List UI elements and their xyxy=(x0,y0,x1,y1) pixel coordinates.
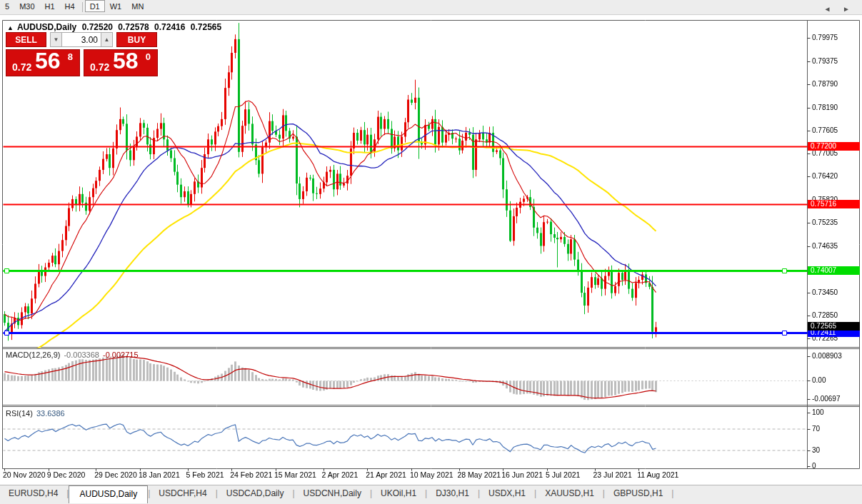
chart-tab-dj30-h1[interactable]: DJ30,H1 xyxy=(427,485,478,502)
toolbar-divider xyxy=(82,2,83,12)
rsi-axis-tick: 30 xyxy=(812,446,820,454)
buy-price-box[interactable]: 0.72 58 0 xyxy=(84,49,158,76)
macd-signal-value: -0.002715 xyxy=(103,351,139,359)
date-axis-tick: 10 May 2021 xyxy=(410,470,453,479)
date-axis-tick: 11 Aug 2021 xyxy=(637,470,678,479)
date-axis-tick: 23 Jul 2021 xyxy=(593,470,632,479)
price-axis-tick: 0.77605 xyxy=(812,126,838,134)
buy-price-sup: 0 xyxy=(146,51,151,62)
rsi-axis-tick: 100 xyxy=(812,408,824,416)
sell-price-sup: 8 xyxy=(68,51,73,62)
macd-axis-tick: 0.00 xyxy=(812,376,826,384)
price-level-tag[interactable]: 0.75716 xyxy=(808,200,860,208)
sell-price-box[interactable]: 0.72 56 8 xyxy=(6,49,80,76)
terminal-window: 5M30H1H4D1W1MN ▲AUDUSD,Daily 0.72520 0.7… xyxy=(0,0,862,504)
rsi-value: 33.6386 xyxy=(36,409,65,418)
tab-scroll-arrows[interactable]: ◄ ► xyxy=(823,5,855,13)
timeframe-button-w1[interactable]: W1 xyxy=(105,0,127,12)
chart-tab-usdcad-daily[interactable]: USDCAD,Daily xyxy=(218,485,293,502)
chart-tab-bar: EURUSD,H4|AUDUSD,Daily|USDCHF,H4|USDCAD,… xyxy=(0,485,862,504)
ohlc-low: 0.72416 xyxy=(154,22,185,32)
price-axis-tick: 0.77005 xyxy=(812,149,838,157)
date-axis-tick: 24 Feb 2021 xyxy=(230,470,272,479)
timeframe-button-5[interactable]: 5 xyxy=(0,0,14,12)
chart-tab-ukoil-h1[interactable]: UKOil,H1 xyxy=(372,485,425,502)
chart-tab-usdchf-h4[interactable]: USDCHF,H4 xyxy=(150,485,215,502)
ohlc-open: 0.72520 xyxy=(82,22,113,32)
price-axis-tick: 0.72850 xyxy=(812,311,838,319)
ohlc-close: 0.72565 xyxy=(191,22,221,32)
date-axis-tick: 20 Nov 2020 xyxy=(3,470,46,479)
price-axis-tick: 0.73450 xyxy=(812,288,838,296)
timeframe-button-d1[interactable]: D1 xyxy=(85,0,105,12)
rsi-indicator-label: RSI(14)33.6386 xyxy=(6,409,65,418)
volume-decrease-button[interactable]: ▼ xyxy=(50,32,62,47)
chart-tab-gbpusd-h1[interactable]: GBPUSD,H1 xyxy=(605,485,671,502)
price-level-tag[interactable]: 0.74007 xyxy=(808,266,860,275)
rsi-axis-tick: 70 xyxy=(812,425,820,433)
date-axis-tick: 9 Dec 2020 xyxy=(47,470,86,479)
tab-separator: | xyxy=(671,485,673,501)
macd-indicator-label: MACD(12,26,9)-0.003368-0.002715 xyxy=(6,351,139,359)
timeframe-button-mn[interactable]: MN xyxy=(126,0,149,12)
rsi-axis-tick: 0 xyxy=(812,462,816,470)
macd-main-value: -0.003368 xyxy=(64,351,99,359)
chart-tab-usdcnh-daily[interactable]: USDCNH,Daily xyxy=(295,485,370,502)
date-axis-tick: 21 Apr 2021 xyxy=(366,470,406,479)
chart-title: ▲AUDUSD,Daily 0.72520 0.72578 0.72416 0.… xyxy=(7,22,224,32)
date-axis-tick: 5 Jul 2021 xyxy=(546,470,580,479)
volume-increase-button[interactable]: ▲ xyxy=(101,32,113,47)
price-axis-tick: 0.79375 xyxy=(812,57,838,65)
timeframe-button-h4[interactable]: H4 xyxy=(60,0,80,12)
chart-symbol-label: AUDUSD,Daily xyxy=(17,22,76,32)
timeframe-button-h1[interactable]: H1 xyxy=(40,0,60,12)
buy-price-base: 0.72 xyxy=(90,61,109,73)
one-click-trading-panel: SELL ▼ 3.00 ▲ BUY 0.72 56 8 0.72 58 0 xyxy=(6,32,160,76)
ohlc-high: 0.72578 xyxy=(118,22,149,32)
current-price-tag: 0.72565 xyxy=(808,322,860,331)
date-axis-tick: 15 Mar 2021 xyxy=(274,470,316,479)
chart-tab-audusd-daily[interactable]: AUDUSD,Daily xyxy=(69,485,148,503)
price-axis-tick: 0.75235 xyxy=(812,218,838,226)
date-axis-tick: 28 May 2021 xyxy=(458,470,501,479)
buy-price-big: 58 xyxy=(113,48,139,74)
price-axis-tick: 0.78190 xyxy=(812,104,838,111)
date-axis-tick: 16 Jun 2021 xyxy=(501,470,543,479)
timeframe-button-m30[interactable]: M30 xyxy=(14,0,39,12)
timeframe-toolbar: 5M30H1H4D1W1MN xyxy=(0,0,862,15)
sell-price-big: 56 xyxy=(35,48,61,74)
chart-tab-usdx-h1[interactable]: USDX,H1 xyxy=(480,485,534,502)
chart-tab-eurusd-h4[interactable]: EURUSD,H4 xyxy=(0,485,66,502)
chart-tab-xauusd-h1[interactable]: XAUUSD,H1 xyxy=(536,485,603,502)
buy-button[interactable]: BUY xyxy=(116,32,157,47)
sell-price-base: 0.72 xyxy=(12,61,31,73)
date-axis-tick: 2 Apr 2021 xyxy=(322,470,359,479)
price-axis-tick: 0.78790 xyxy=(812,80,838,88)
sell-button[interactable]: SELL xyxy=(6,32,46,47)
macd-axis-tick: -0.00697 xyxy=(812,395,840,403)
volume-input[interactable]: 3.00 xyxy=(62,32,101,47)
macd-axis-tick: 0.008903 xyxy=(812,352,842,360)
date-axis-tick: 18 Jan 2021 xyxy=(139,470,180,479)
date-axis-tick: 29 Dec 2020 xyxy=(94,470,137,479)
collapse-triangle-icon[interactable]: ▲ xyxy=(7,24,14,31)
price-level-tag[interactable]: 0.77200 xyxy=(808,142,860,151)
price-axis-tick: 0.79975 xyxy=(812,34,838,41)
price-axis-tick: 0.76420 xyxy=(812,172,838,180)
date-axis-tick: 5 Feb 2021 xyxy=(186,470,224,479)
price-axis-tick: 0.74635 xyxy=(812,242,838,250)
